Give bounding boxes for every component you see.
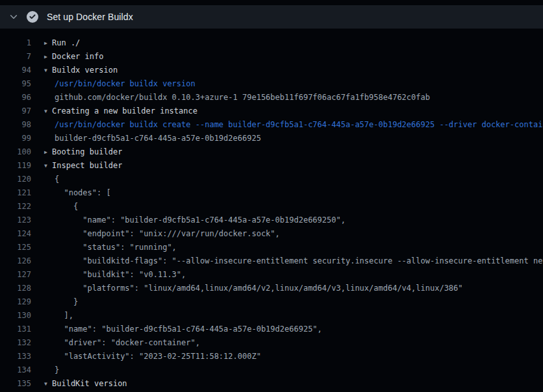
line-content: { [31,200,78,214]
log-line: 95 /usr/bin/docker buildx version [0,77,543,91]
line-content: builder-d9cfb5a1-c764-445a-a57e-0b19d2e6… [31,132,261,145]
line-number[interactable]: 133 [0,350,31,363]
log-line: 128 "platforms": "linux/amd64,linux/amd6… [0,282,543,295]
line-content: github.com/docker/buildx 0.10.3+azure-1 … [31,91,430,104]
log-line[interactable]: 135 ▼BuildKit version [0,377,543,391]
line-number[interactable]: 121 [0,186,31,200]
line-number[interactable]: 94 [0,64,31,77]
log-line[interactable]: 7 ▶Docker info [0,50,543,64]
log-line: 96 github.com/docker/buildx 0.10.3+azure… [0,91,543,104]
log-line: 126 "buildkitd-flags": "--allow-insecure… [0,254,543,268]
line-number[interactable]: 119 [0,159,31,173]
group-expanded-arrow-icon: ▼ [44,64,52,77]
line-content[interactable]: ▼Inspect builder [31,159,122,173]
line-number[interactable]: 130 [0,309,31,323]
line-number[interactable]: 100 [0,145,31,159]
line-number[interactable]: 120 [0,173,31,186]
group-expanded-arrow-icon: ▼ [44,159,52,173]
line-number[interactable]: 128 [0,282,31,295]
line-content[interactable]: ▶Docker info [31,50,103,64]
line-number[interactable]: 129 [0,295,31,309]
log-line: 130 ], [0,309,543,323]
line-number[interactable]: 134 [0,363,31,377]
line-content[interactable]: ▶Booting builder [31,145,122,159]
log-line[interactable]: 1 ▶Run ./ [0,36,543,50]
line-number[interactable]: 1 [0,36,31,50]
line-content: "lastActivity": "2023-02-25T11:58:12.000… [31,350,261,363]
log-line: 132 "driver": "docker-container", [0,336,543,350]
line-number[interactable]: 135 [0,377,31,391]
line-number[interactable]: 124 [0,227,31,241]
log-line: 125 "status": "running", [0,241,543,254]
step-title: Set up Docker Buildx [47,12,133,22]
line-content: "buildkit": "v0.11.3", [31,268,186,282]
log-line: 98 /usr/bin/docker buildx create --name … [0,118,543,132]
line-content[interactable]: ▼BuildKit version [31,377,127,391]
line-number[interactable]: 98 [0,118,31,132]
line-content: "driver": "docker-container", [31,336,200,350]
log-line[interactable]: 100 ▶Booting builder [0,145,543,159]
log-line: 127 "buildkit": "v0.11.3", [0,268,543,282]
log-line: 129 } [0,295,543,309]
line-content: } [31,295,78,309]
group-collapsed-arrow-icon: ▶ [44,50,52,64]
line-content: "buildkitd-flags": "--allow-insecure-ent… [31,254,543,268]
line-content: "nodes": [ [31,186,111,200]
line-content: /usr/bin/docker buildx create --name bui… [31,118,543,132]
line-number[interactable]: 127 [0,268,31,282]
log-line: 131 "name": "builder-d9cfb5a1-c764-445a-… [0,323,543,336]
log-line: 121 "nodes": [ [0,186,543,200]
log-line: 124 "endpoint": "unix:///var/run/docker.… [0,227,543,241]
line-number[interactable]: 99 [0,132,31,145]
log-line: 122 { [0,200,543,214]
line-number[interactable]: 7 [0,50,31,64]
line-content: ], [31,309,73,323]
line-number[interactable]: 122 [0,200,31,214]
line-number[interactable]: 95 [0,77,31,91]
group-expanded-arrow-icon: ▼ [44,377,52,391]
log-line[interactable]: 94 ▼Buildx version [0,64,543,77]
log-line: 134 } [0,363,543,377]
line-number[interactable]: 132 [0,336,31,350]
line-number[interactable]: 125 [0,241,31,254]
line-content[interactable]: ▼Buildx version [31,64,118,77]
line-number[interactable]: 123 [0,214,31,227]
step-header[interactable]: Set up Docker Buildx [0,5,543,29]
line-content: "endpoint": "unix:///var/run/docker.sock… [31,227,280,241]
log-line[interactable]: 97 ▼Creating a new builder instance [0,104,543,118]
line-content: "name": "builder-d9cfb5a1-c764-445a-a57e… [31,323,322,336]
line-content: "status": "running", [31,241,177,254]
log-viewer: 1 ▶Run ./ 7 ▶Docker info 94 ▼Buildx vers… [0,29,543,392]
line-content[interactable]: ▶Run ./ [31,36,80,50]
line-content: "name": "builder-d9cfb5a1-c764-445a-a57e… [31,214,346,227]
log-line: 133 "lastActivity": "2023-02-25T11:58:12… [0,350,543,363]
log-line[interactable]: 119 ▼Inspect builder [0,159,543,173]
line-content: } [31,363,59,377]
log-line: 99 builder-d9cfb5a1-c764-445a-a57e-0b19d… [0,132,543,145]
check-circle-icon [27,11,38,23]
line-number[interactable]: 96 [0,91,31,104]
line-content[interactable]: ▼Creating a new builder instance [31,104,197,118]
group-collapsed-arrow-icon: ▶ [44,36,52,50]
chevron-down-icon[interactable] [9,12,18,21]
line-content: { [31,173,59,186]
line-number[interactable]: 131 [0,323,31,336]
line-content: "platforms": "linux/amd64,linux/amd64/v2… [31,282,463,295]
group-expanded-arrow-icon: ▼ [44,104,52,118]
line-content: /usr/bin/docker buildx version [31,77,196,91]
line-number[interactable]: 126 [0,254,31,268]
log-line: 120 { [0,173,543,186]
group-collapsed-arrow-icon: ▶ [44,145,52,159]
log-line: 123 "name": "builder-d9cfb5a1-c764-445a-… [0,214,543,227]
line-number[interactable]: 97 [0,104,31,118]
